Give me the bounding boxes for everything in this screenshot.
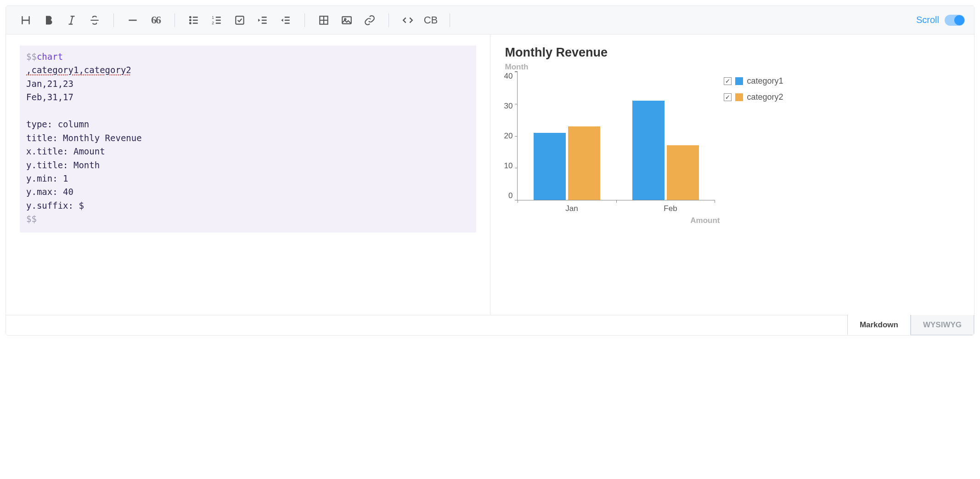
code-line: y.suffix: $ — [26, 199, 470, 212]
toolbar: 66 12 CB — [6, 6, 974, 34]
legend-checkbox[interactable]: ✓ — [724, 77, 732, 85]
legend-item-category1[interactable]: ✓ category1 — [724, 76, 783, 86]
italic-button[interactable] — [61, 11, 82, 30]
bold-button[interactable] — [38, 11, 59, 30]
toolbar-separator — [389, 13, 389, 27]
toolbar-separator — [175, 13, 175, 27]
legend-checkbox[interactable]: ✓ — [724, 93, 732, 101]
bar-category1-jan[interactable] — [534, 133, 566, 200]
code-line: ,category1,category2 — [26, 63, 470, 77]
codeblock-icon: CB — [424, 14, 438, 26]
chart-source-block[interactable]: $$chart ,category1,category2 Jan,21,23 F… — [20, 46, 476, 233]
x-axis-ticks: Jan Feb — [523, 200, 720, 213]
bar-category2-feb[interactable] — [667, 145, 699, 200]
task-button[interactable] — [229, 11, 250, 30]
quote-icon: 66 — [151, 14, 160, 26]
bar-category1-feb[interactable] — [632, 101, 665, 200]
scroll-toggle[interactable] — [945, 15, 965, 26]
tab-markdown[interactable]: Markdown — [847, 315, 911, 335]
code-line: type: column — [26, 118, 470, 131]
indent-button[interactable] — [252, 11, 273, 30]
y-tick: 20 — [504, 131, 513, 141]
svg-point-2 — [190, 23, 191, 24]
y-axis-title: Month — [505, 63, 961, 72]
y-tick: 0 — [508, 191, 513, 200]
plot-area — [517, 72, 715, 200]
y-tick: 10 — [504, 161, 513, 171]
y-tick: 40 — [504, 72, 513, 81]
legend-swatch — [735, 93, 743, 101]
code-line: y.max: 40 — [26, 185, 470, 199]
svg-text:1: 1 — [212, 15, 214, 19]
mode-tabs: Markdown WYSIWYG — [6, 315, 974, 335]
code-line: title: Monthly Revenue — [26, 131, 470, 145]
x-tick: Jan — [523, 200, 621, 213]
quote-button[interactable]: 66 — [145, 11, 166, 30]
legend-swatch — [735, 77, 743, 85]
x-axis-title: Amount — [504, 216, 720, 225]
svg-rect-5 — [236, 16, 243, 24]
code-line: x.title: Amount — [26, 145, 470, 158]
source-pane[interactable]: $$chart ,category1,category2 Jan,21,23 F… — [6, 34, 490, 315]
codeblock-button[interactable]: CB — [420, 11, 441, 30]
scroll-sync-control: Scroll — [916, 15, 965, 26]
outdent-button[interactable] — [275, 11, 296, 30]
chart: Monthly Revenue Month 40 30 20 10 0 — [504, 46, 961, 225]
table-button[interactable] — [313, 11, 334, 30]
toolbar-separator — [113, 13, 114, 27]
ol-button[interactable]: 12 — [206, 11, 227, 30]
tab-wysiwyg[interactable]: WYSIWYG — [911, 315, 974, 335]
scroll-label: Scroll — [916, 15, 939, 25]
editor-split: $$chart ,category1,category2 Jan,21,23 F… — [6, 34, 974, 315]
toolbar-separator — [450, 13, 450, 27]
code-keyword: chart — [37, 51, 63, 62]
toolbar-separator — [304, 13, 305, 27]
y-tick: 30 — [504, 102, 513, 111]
code-delim-close: $$ — [26, 214, 37, 224]
svg-point-0 — [190, 17, 191, 18]
heading-button[interactable] — [15, 11, 36, 30]
editor-frame: 66 12 CB — [6, 6, 974, 336]
svg-text:2: 2 — [212, 20, 214, 25]
link-button[interactable] — [359, 11, 380, 30]
legend-item-category2[interactable]: ✓ category2 — [724, 92, 783, 102]
code-line: y.title: Month — [26, 159, 470, 172]
code-delim-open: $$ — [26, 51, 37, 62]
chart-legend: ✓ category1 ✓ category2 — [724, 76, 783, 108]
legend-label: category2 — [747, 92, 783, 102]
code-line: Jan,21,23 — [26, 77, 470, 91]
code-button[interactable] — [397, 11, 418, 30]
code-line: Feb,31,17 — [26, 91, 470, 104]
ul-button[interactable] — [183, 11, 204, 30]
image-button[interactable] — [336, 11, 357, 30]
preview-pane: Monthly Revenue Month 40 30 20 10 0 — [490, 34, 974, 315]
legend-label: category1 — [747, 76, 783, 86]
strike-button[interactable] — [84, 11, 105, 30]
code-line: y.min: 1 — [26, 172, 470, 185]
chart-title: Monthly Revenue — [505, 46, 961, 60]
bar-category2-jan[interactable] — [568, 126, 600, 200]
hr-button[interactable] — [122, 11, 143, 30]
svg-point-1 — [190, 19, 191, 21]
x-tick: Feb — [621, 200, 720, 213]
